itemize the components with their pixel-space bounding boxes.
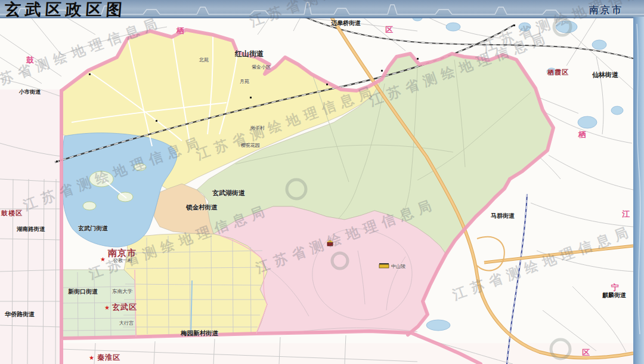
- street-label-maqun: 马群街道: [491, 213, 515, 219]
- boundary-char-qu-1: 区: [385, 26, 393, 33]
- poi-label-zijin-xiaoqu: 紫金小区: [252, 65, 271, 70]
- poi-label-beiyuan: 北苑: [199, 58, 209, 63]
- poi-label-gongjiao-yicun: 公教一村: [113, 258, 132, 263]
- street-label-meiyuanxincun: 梅园新村街道: [181, 330, 218, 337]
- seat-star-qinhuai: ★: [89, 355, 94, 361]
- poi-label-yueyuan: 月苑: [240, 79, 249, 84]
- map-artwork: [0, 0, 644, 364]
- street-label-hongshan: 红山街道: [235, 50, 264, 57]
- district-label-qixia: 栖霞区: [547, 69, 569, 76]
- poi-label-daxinggong: 大行宫: [119, 321, 134, 326]
- south-outside-tint: [61, 343, 644, 364]
- district-label-qinhuai: 秦淮区: [97, 354, 120, 361]
- seat-star-xuanwu: ★: [104, 305, 110, 311]
- boundary-char-jiangning-2: 宁: [611, 283, 619, 291]
- boundary-char-qixia-2: 栖: [578, 131, 586, 138]
- city-name-header: 南京市: [589, 4, 623, 17]
- street-label-xianlin: 仙林街道: [592, 72, 618, 78]
- street-label-huaqiaolu: 华侨路街道: [5, 311, 35, 317]
- street-label-maigaoqiao: 迈皋桥街道: [331, 20, 361, 26]
- poi-label-dongnan-university: 东南大学: [112, 289, 132, 294]
- street-label-xinjiekou: 新街口街道: [68, 289, 98, 295]
- street-label-xuanwuhu: 玄武湖街道: [212, 190, 245, 196]
- street-label-xiaoshi: 小市街道: [19, 90, 41, 95]
- district-label-nanjing: 南京市: [108, 249, 137, 258]
- boundary-char-jiangning-1: 江: [622, 210, 630, 218]
- street-label-qilin: 麒麟街道: [602, 292, 626, 298]
- street-label-xuanwumen: 玄武门街道: [78, 226, 108, 232]
- mausoleum-icon: [379, 263, 389, 268]
- boundary-char-qixia-1: 栖: [177, 27, 184, 35]
- map-edge-strip: [633, 17, 644, 364]
- district-label-xuanwu: 玄武区: [112, 303, 137, 311]
- poi-label-yingtuo-huayuan: 樱驼花园: [241, 143, 260, 148]
- street-label-hunanlu: 湖南路街道: [17, 226, 45, 232]
- poi-label-zhongshanling: 中山陵: [391, 264, 405, 269]
- district-label-gulou: 鼓楼区: [1, 210, 23, 217]
- seat-star-nanjing: ★: [100, 257, 106, 263]
- map-title: 玄武区政区图: [4, 0, 128, 20]
- map-canvas: 玄武区政区图 南京市 迈皋桥街道 红山街道 玄武湖街道 锁金村街道 玄武门街道 …: [0, 0, 644, 364]
- boundary-char-gulou: 鼓: [26, 56, 34, 64]
- poi-label-gangzicun: 岗子村: [250, 126, 265, 131]
- boundary-char-qu-2: 区: [582, 348, 590, 356]
- street-label-suojincun: 锁金村街道: [186, 204, 218, 211]
